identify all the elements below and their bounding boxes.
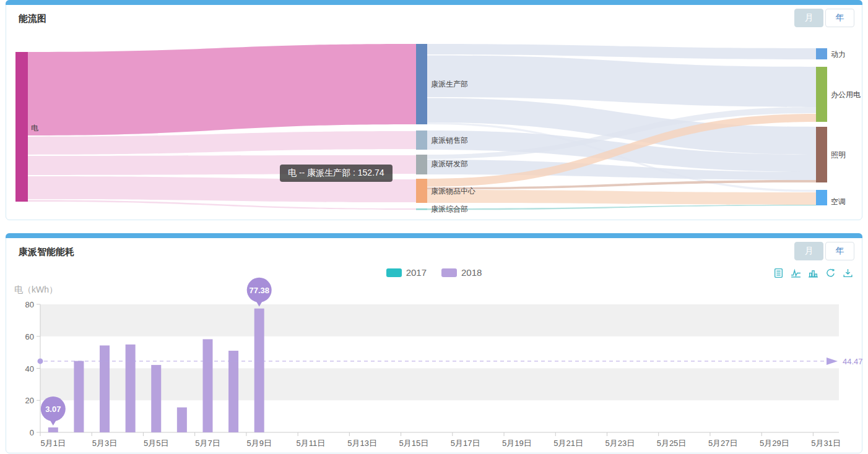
bar-2018-5月3日[interactable]	[100, 345, 110, 432]
node-label-goods: 康派物品中心	[431, 187, 475, 195]
x-tick-label: 5月31日	[811, 439, 841, 448]
energy-panel-title: 康派智能能耗	[19, 246, 74, 258]
node-production-dept[interactable]	[416, 44, 427, 124]
legend-label-2017: 2017	[406, 267, 427, 278]
energy-year-button[interactable]: 年	[825, 242, 854, 260]
x-tick-label: 5月21日	[553, 439, 583, 448]
node-label-office: 办公用电	[831, 90, 861, 99]
y-tick-label: 0	[30, 428, 34, 437]
average-value-label: 44.47	[843, 357, 863, 366]
node-sales-dept[interactable]	[416, 131, 427, 150]
x-tick-label: 5月13日	[347, 439, 377, 448]
chart-toolbox	[773, 268, 853, 278]
node-label-general: 康派综合部	[431, 205, 468, 213]
line-chart-icon[interactable]	[791, 268, 801, 278]
y-axis-name: 电（kWh）	[14, 285, 58, 296]
link-general-ac[interactable]	[427, 205, 816, 210]
data-view-icon[interactable]	[773, 268, 784, 278]
bar-2018-5月7日[interactable]	[202, 339, 212, 432]
x-tick-label: 5月23日	[605, 439, 635, 448]
x-tick-label: 5月9日	[246, 439, 271, 448]
node-general-dept[interactable]	[416, 208, 427, 210]
node-rd-dept[interactable]	[416, 155, 427, 174]
x-tick-label: 5月17日	[451, 439, 480, 448]
x-tick-label: 5月27日	[708, 439, 738, 448]
min-marker: 3.07	[41, 396, 66, 426]
y-tick-label: 20	[25, 396, 34, 405]
node-label-power: 动力	[831, 50, 846, 59]
node-office-electricity[interactable]	[816, 67, 827, 122]
legend-item-2017[interactable]: 2017	[386, 267, 427, 278]
bar-2018-5月9日[interactable]	[254, 309, 264, 432]
refresh-icon[interactable]	[825, 268, 836, 278]
bar-2018-5月4日[interactable]	[126, 345, 136, 432]
bar-2018-5月8日[interactable]	[228, 351, 238, 432]
x-tick-label: 5月25日	[657, 439, 687, 448]
x-tick-label: 5月11日	[297, 439, 326, 448]
flow-period-toggle: 月 年	[794, 9, 854, 27]
link-electricity-production[interactable]	[28, 44, 416, 135]
node-label-sales: 康派销售部	[431, 136, 468, 145]
max-marker: 77.38	[247, 278, 272, 307]
node-electricity[interactable]	[15, 52, 28, 202]
energy-panel-header: 康派智能能耗 月 年	[6, 239, 862, 268]
x-tick-label: 5月19日	[502, 439, 532, 448]
bar-2018-5月1日[interactable]	[48, 427, 58, 432]
node-power[interactable]	[816, 48, 827, 59]
download-icon[interactable]	[843, 268, 853, 278]
y-tick-label: 80	[25, 300, 34, 309]
node-goods-center[interactable]	[416, 179, 427, 203]
energy-flow-panel: 电 康派生产部 康派销售部 康派研发部 康派物品中心 康派综合部 动力 办公用电…	[6, 0, 862, 220]
legend-swatch-2017	[386, 268, 402, 277]
link-goods-ac[interactable]	[427, 190, 816, 205]
x-tick-label: 5月1日	[41, 439, 66, 448]
split-band	[40, 304, 839, 336]
flow-year-button[interactable]: 年	[825, 9, 854, 27]
legend-label-2018: 2018	[461, 267, 482, 278]
y-tick-label: 40	[25, 364, 34, 374]
legend-item-2018[interactable]: 2018	[441, 267, 482, 278]
flow-panel-header: 能流图 月 年	[6, 6, 862, 35]
bar-2018-5月2日[interactable]	[74, 361, 84, 432]
y-tick-label: 60	[25, 332, 34, 341]
chart-legend: 2017 2018	[6, 267, 862, 278]
energy-consumption-panel: 康派智能能耗 月 年 2017 2018 电（kWh）	[6, 233, 862, 453]
x-tick-label: 5月5日	[144, 439, 168, 448]
node-label-lighting: 照明	[831, 150, 846, 159]
bar-chart-icon[interactable]	[808, 268, 818, 278]
svg-text:77.38: 77.38	[249, 286, 269, 295]
node-label-ac: 空调	[831, 197, 846, 206]
node-lighting[interactable]	[816, 127, 827, 182]
x-tick-label: 5月3日	[92, 439, 117, 448]
sankey-tooltip: 电 -- 康派生产部 : 152.74	[280, 165, 393, 182]
node-label-electricity: 电	[31, 124, 38, 132]
x-tick-label: 5月29日	[760, 439, 789, 448]
node-ac[interactable]	[816, 190, 827, 205]
flow-panel-title: 能流图	[19, 13, 46, 25]
flow-month-button[interactable]: 月	[794, 9, 823, 27]
legend-swatch-2018	[441, 268, 457, 277]
energy-month-button[interactable]: 月	[794, 242, 823, 260]
bar-2018-5月5日[interactable]	[151, 365, 161, 432]
node-label-production: 康派生产部	[431, 80, 468, 88]
node-label-rd: 康派研发部	[431, 160, 468, 168]
x-tick-label: 5月15日	[399, 439, 429, 448]
x-tick-label: 5月7日	[195, 439, 220, 448]
svg-text:3.07: 3.07	[45, 405, 61, 414]
bar-2018-5月6日[interactable]	[177, 408, 187, 432]
energy-period-toggle: 月 年	[794, 242, 854, 260]
